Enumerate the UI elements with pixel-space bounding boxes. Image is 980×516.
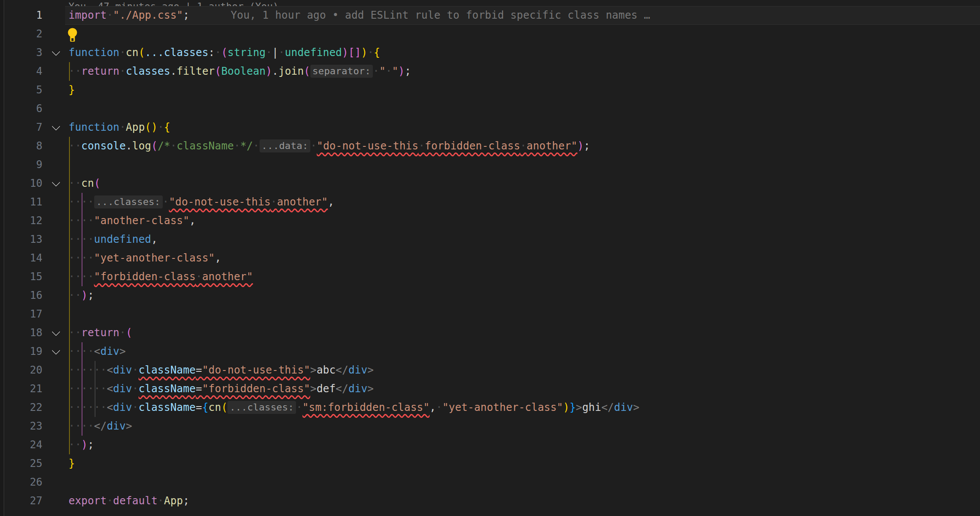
- code-line[interactable]: 6: [0, 99, 980, 118]
- code-line-content[interactable]: }: [65, 81, 980, 99]
- code-line-content[interactable]: import·"./App.css";You, 1 hour ago • add…: [65, 6, 980, 25]
- code-line-content[interactable]: [65, 25, 980, 43]
- code-line[interactable]: 27export·default·App;: [0, 492, 980, 510]
- fold-gutter[interactable]: [43, 43, 65, 62]
- code-line[interactable]: 7function·App()·{: [0, 118, 980, 137]
- line-number[interactable]: 21: [4, 380, 43, 398]
- code-line-content[interactable]: ····"yet-another-class",: [65, 249, 980, 268]
- code-line-content[interactable]: ····...classes:·"do-not-use-this·another…: [65, 193, 980, 212]
- code-line-content[interactable]: [65, 99, 980, 118]
- code-line-content[interactable]: }: [65, 454, 980, 473]
- code-line[interactable]: 26: [0, 473, 980, 492]
- quick-fix-lightbulb-icon[interactable]: [68, 28, 77, 43]
- line-number[interactable]: 2: [4, 25, 43, 43]
- code-line-content[interactable]: ··return·classes.filter(Boolean).join(se…: [65, 62, 980, 81]
- code-line[interactable]: 15····"forbidden-class·another": [0, 268, 980, 286]
- line-number[interactable]: 22: [4, 398, 43, 417]
- code-line[interactable]: 20······<div·className="do-not-use-this"…: [0, 361, 980, 380]
- code-line[interactable]: 5}: [0, 81, 980, 99]
- code-line-content[interactable]: export·default·App;: [65, 492, 980, 510]
- line-number[interactable]: 6: [4, 99, 43, 118]
- line-number[interactable]: 23: [4, 417, 43, 436]
- codelens-text[interactable]: You, 47 minutes ago | 1 author (You): [0, 0, 279, 6]
- line-number[interactable]: 16: [4, 286, 43, 305]
- code-line-content[interactable]: ··return·(: [65, 324, 980, 342]
- fold-chevron-down-icon[interactable]: [52, 327, 60, 336]
- fold-gutter[interactable]: [43, 342, 65, 361]
- code-line-content[interactable]: ··cn(: [65, 174, 980, 193]
- fold-chevron-down-icon[interactable]: [52, 47, 60, 56]
- code-line-content[interactable]: ··);: [65, 436, 980, 454]
- code-line[interactable]: 1import·"./App.css";You, 1 hour ago • ad…: [0, 6, 980, 25]
- code-token: .: [170, 65, 177, 77]
- code-line-content[interactable]: ··);: [65, 286, 980, 305]
- line-number[interactable]: 19: [4, 342, 43, 361]
- code-line[interactable]: 10··cn(: [0, 174, 980, 193]
- fold-chevron-down-icon[interactable]: [52, 346, 60, 355]
- line-number[interactable]: 1: [4, 6, 43, 25]
- code-line-content[interactable]: ····undefined,: [65, 230, 980, 249]
- line-number[interactable]: 11: [4, 193, 43, 212]
- line-number[interactable]: 14: [4, 249, 43, 268]
- code-line-content[interactable]: ····<div>: [65, 342, 980, 361]
- whitespace-dots: ······: [69, 364, 107, 376]
- code-token: (: [126, 327, 132, 339]
- line-number[interactable]: 20: [4, 361, 43, 380]
- code-line[interactable]: 19····<div>: [0, 342, 980, 361]
- code-line[interactable]: 18··return·(: [0, 324, 980, 342]
- code-line[interactable]: 22······<div·className={cn(...classes:·"…: [0, 398, 980, 417]
- code-line[interactable]: 23····</div>: [0, 417, 980, 436]
- line-number[interactable]: 17: [4, 305, 43, 324]
- line-number[interactable]: 13: [4, 230, 43, 249]
- fold-gutter[interactable]: [43, 174, 65, 193]
- code-line-content[interactable]: [65, 305, 980, 324]
- code-token: </: [601, 401, 614, 413]
- line-number[interactable]: 27: [4, 492, 43, 510]
- line-number[interactable]: 15: [4, 268, 43, 286]
- line-number[interactable]: 24: [4, 436, 43, 454]
- code-line-content[interactable]: ····"another-class",: [65, 212, 980, 230]
- code-line-content[interactable]: ····</div>: [65, 417, 980, 436]
- line-number[interactable]: 4: [4, 62, 43, 81]
- code-line-content[interactable]: ······<div·className="forbidden-class">d…: [65, 380, 980, 398]
- code-line[interactable]: 24··);: [0, 436, 980, 454]
- code-line[interactable]: 13····undefined,: [0, 230, 980, 249]
- code-line-content[interactable]: function·cn(...classes:·(string·|·undefi…: [65, 43, 980, 62]
- code-line-content[interactable]: ······<div·className="do-not-use-this">a…: [65, 361, 980, 380]
- code-line[interactable]: 16··);: [0, 286, 980, 305]
- line-number[interactable]: 8: [4, 137, 43, 155]
- line-number[interactable]: 25: [4, 454, 43, 473]
- line-number[interactable]: 3: [4, 43, 43, 62]
- code-line[interactable]: 11····...classes:·"do-not-use-this·anoth…: [0, 193, 980, 212]
- line-number[interactable]: 7: [4, 118, 43, 137]
- code-line-content[interactable]: ····"forbidden-class·another": [65, 268, 980, 286]
- code-line[interactable]: 17: [0, 305, 980, 324]
- fold-gutter[interactable]: [43, 324, 65, 342]
- code-line[interactable]: 4··return·classes.filter(Boolean).join(s…: [0, 62, 980, 81]
- code-line[interactable]: 14····"yet-another-class",: [0, 249, 980, 268]
- line-number[interactable]: 9: [4, 155, 43, 174]
- line-number[interactable]: 5: [4, 81, 43, 99]
- code-token: ): [398, 65, 405, 77]
- code-line-content[interactable]: [65, 473, 980, 492]
- code-editor[interactable]: You, 47 minutes ago | 1 author (You) 1im…: [0, 0, 980, 516]
- code-line[interactable]: 3function·cn(...classes:·(string·|·undef…: [0, 43, 980, 62]
- code-line-content[interactable]: function·App()·{: [65, 118, 980, 137]
- line-number[interactable]: 26: [4, 473, 43, 492]
- codelens-annotation[interactable]: You, 47 minutes ago | 1 author (You): [0, 0, 980, 6]
- line-number[interactable]: 10: [4, 174, 43, 193]
- code-line[interactable]: 12····"another-class",: [0, 212, 980, 230]
- code-line[interactable]: 8··console.log(/*·className·*/·...data:·…: [0, 137, 980, 155]
- fold-chevron-down-icon[interactable]: [52, 122, 60, 131]
- fold-gutter[interactable]: [43, 118, 65, 137]
- code-line[interactable]: 25}: [0, 454, 980, 473]
- code-line-content[interactable]: ······<div·className={cn(...classes:·"sm…: [65, 398, 980, 417]
- code-line-content[interactable]: [65, 155, 980, 174]
- code-line[interactable]: 21······<div·className="forbidden-class"…: [0, 380, 980, 398]
- line-number[interactable]: 18: [4, 324, 43, 342]
- line-number[interactable]: 12: [4, 212, 43, 230]
- code-line[interactable]: 9: [0, 155, 980, 174]
- code-line[interactable]: 2: [0, 25, 980, 43]
- fold-chevron-down-icon[interactable]: [52, 178, 60, 187]
- code-line-content[interactable]: ··console.log(/*·className·*/·...data:·"…: [65, 137, 980, 155]
